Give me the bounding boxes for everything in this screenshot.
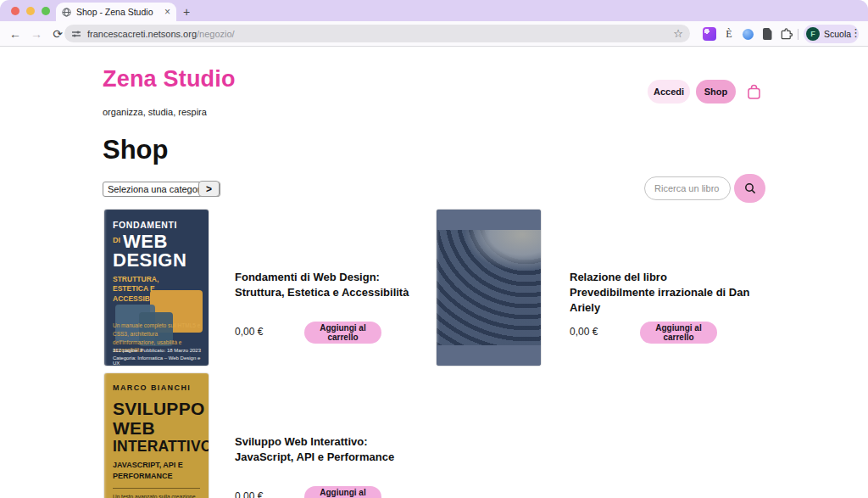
site-title[interactable]: Zena Studio [103, 66, 236, 92]
bookmark-star-icon[interactable]: ☆ [673, 27, 683, 40]
add-to-cart-button[interactable]: Aggiungi al carrello [304, 322, 381, 344]
avatar: F [806, 27, 820, 41]
window-close-button[interactable] [11, 7, 19, 15]
profile-name: Scuola [824, 29, 851, 39]
site-settings-icon[interactable] [71, 29, 81, 39]
cover-divider [113, 488, 200, 490]
search-input[interactable] [644, 176, 731, 200]
back-icon[interactable]: ← [7, 25, 24, 42]
product-image[interactable]: FONDAMENTI DIWEB DESIGN STRUTTURA, ESTET… [104, 210, 209, 366]
url-text: francescacreti.netsons.org/negozio/ [87, 29, 235, 39]
product-title[interactable]: Relazione del libro Prevedibilmente irra… [570, 270, 752, 316]
tab-title: Shop - Zena Studio [76, 7, 159, 17]
toolbar-divider [798, 29, 798, 40]
product-price: 0,00 € [235, 490, 263, 498]
window-zoom-button[interactable] [42, 7, 50, 15]
product-title[interactable]: Fondamenti di Web Design: Struttura, Est… [235, 270, 428, 300]
page-content: Zena Studio organizza, studia, respira A… [0, 48, 868, 498]
product-price: 0,00 € [235, 326, 263, 338]
page-title: Shop [103, 135, 169, 165]
new-tab-button[interactable]: + [183, 3, 190, 20]
reload-icon[interactable]: ⟳ [49, 25, 66, 42]
extension-letter-icon[interactable]: È [722, 27, 736, 41]
product-image[interactable]: MARCO BIANCHI SVILUPPOWEB INTERATTIVO JA… [104, 373, 209, 498]
search-icon [744, 182, 756, 194]
shop-nav-button[interactable]: Shop [696, 80, 736, 104]
browser-window: Shop - Zena Studio × + ← → ⟳ francescacr… [0, 0, 868, 498]
globe-favicon-icon [62, 8, 71, 17]
browser-tab[interactable]: Shop - Zena Studio × [56, 3, 176, 21]
tab-close-icon[interactable]: × [164, 6, 170, 18]
extension-purple-icon[interactable] [703, 27, 716, 41]
extensions-puzzle-icon[interactable] [779, 27, 793, 41]
address-bar[interactable]: francescacreti.netsons.org/negozio/ ☆ [64, 25, 690, 42]
search-button[interactable] [734, 174, 765, 203]
forward-icon[interactable]: → [28, 25, 45, 42]
extension-blue-circle-icon[interactable] [741, 27, 754, 41]
login-button[interactable]: Accedi [648, 80, 690, 104]
add-to-cart-button[interactable]: Aggiungi al carrello [640, 322, 717, 344]
browser-menu-icon[interactable]: ⋮ [850, 26, 861, 39]
product-price: 0,00 € [570, 326, 598, 338]
window-minimize-button[interactable] [26, 7, 35, 15]
browser-toolbar: ← → ⟳ francescacreti.netsons.org/negozio… [0, 21, 868, 47]
product-image[interactable] [437, 210, 541, 366]
add-to-cart-button[interactable]: Aggiungi al carrello [304, 486, 381, 498]
tab-strip: Shop - Zena Studio × + [0, 0, 868, 21]
extension-document-icon[interactable] [760, 27, 774, 41]
screenshot: Shop - Zena Studio × + ← → ⟳ francescacr… [0, 0, 868, 498]
site-tagline: organizza, studia, respira [103, 107, 207, 117]
cart-bag-icon[interactable] [747, 84, 761, 100]
category-go-button[interactable]: > [198, 181, 220, 197]
product-title[interactable]: Sviluppo Web Interattivo: JavaScript, AP… [235, 434, 428, 465]
